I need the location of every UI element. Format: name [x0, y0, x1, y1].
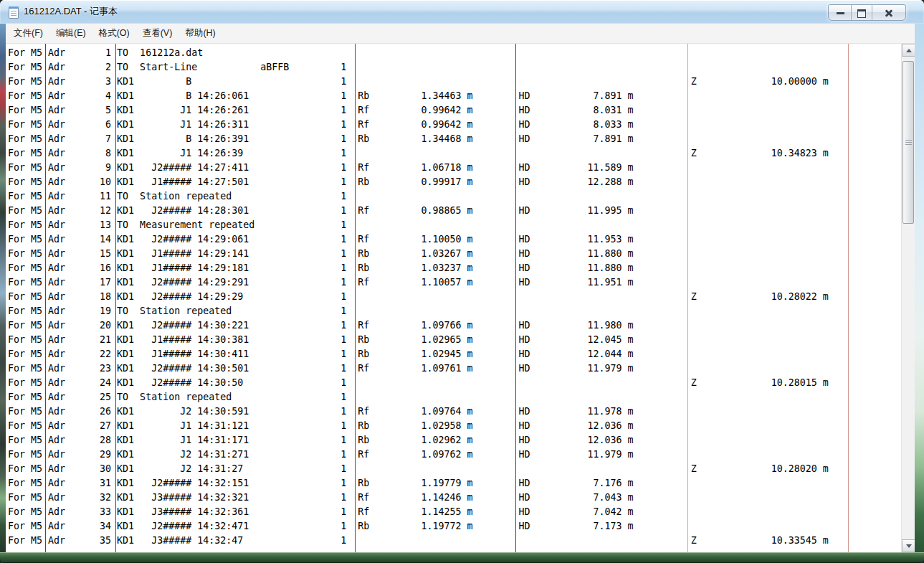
data-row: For M5 Adr 34 KD1 J2##### 14:32:471 1 Rb…: [8, 519, 846, 534]
maximize-icon: [857, 9, 866, 18]
arrow-down-icon: [906, 544, 912, 548]
data-row: For M5 Adr 4 KD1 B 14:26:061 1 Rb 1.3446…: [8, 89, 846, 103]
data-row: For M5 Adr 13 TO Measurement repeated 1: [8, 218, 846, 232]
notepad-window: 161212A.DAT - 记事本 文件(F)编辑(E)格式(O)查看(V)帮助…: [0, 0, 924, 563]
minimize-button[interactable]: [829, 5, 852, 20]
menu-bar: 文件(F)编辑(E)格式(O)查看(V)帮助(H): [6, 24, 915, 44]
data-row: For M5 Adr 17 KD1 J2##### 14:29:291 1 Rf…: [8, 275, 846, 290]
data-row: For M5 Adr 33 KD1 J3##### 14:32:361 1 Rf…: [8, 505, 846, 519]
window-border-bottom: [0, 552, 924, 563]
data-row: For M5 Adr 12 KD1 J2##### 14:28:301 1 Rf…: [8, 204, 846, 218]
data-row: For M5 Adr 22 KD1 J1##### 14:30:411 1 Rb…: [8, 347, 846, 361]
data-row: For M5 Adr 18 KD1 J2##### 14:29:29 1 Z 1…: [8, 290, 846, 304]
menu-item-0[interactable]: 文件(F): [7, 24, 49, 42]
close-icon: [884, 8, 894, 18]
maximize-button[interactable]: [852, 5, 872, 20]
minimize-icon: [837, 12, 844, 14]
scrollbar-thumb[interactable]: [902, 61, 914, 224]
data-row: For M5 Adr 8 KD1 J1 14:26:39 1 Z 10.3482…: [8, 146, 846, 161]
scrollbar-grip-icon: [905, 140, 912, 146]
data-row: For M5 Adr 16 KD1 J1##### 14:29:181 1 Rb…: [8, 261, 846, 275]
data-row: For M5 Adr 19 TO Station repeated 1: [8, 304, 846, 318]
data-row: For M5 Adr 7 KD1 B 14:26:391 1 Rb 1.3446…: [8, 132, 846, 146]
data-row: For M5 Adr 24 KD1 J2##### 14:30:50 1 Z 1…: [8, 376, 846, 390]
menu-item-2[interactable]: 格式(O): [92, 24, 136, 42]
data-row: For M5 Adr 5 KD1 J1 14:26:261 1 Rf 0.996…: [8, 103, 846, 118]
file-content: For M5 Adr 1 TO 161212a.dat For M5 Adr 2…: [8, 46, 846, 548]
notepad-icon: [9, 6, 19, 19]
data-row: For M5 Adr 6 KD1 J1 14:26:311 1 Rf 0.996…: [8, 118, 846, 132]
scroll-down-button[interactable]: [902, 539, 915, 552]
data-row: For M5 Adr 20 KD1 J2##### 14:30:221 1 Rf…: [8, 318, 846, 333]
caption-buttons: [828, 4, 906, 21]
data-row: For M5 Adr 30 KD1 J2 14:31:27 1 Z 10.280…: [8, 462, 846, 476]
data-row: For M5 Adr 14 KD1 J2##### 14:29:061 1 Rf…: [8, 232, 846, 247]
text-editor[interactable]: For M5 Adr 1 TO 161212a.dat For M5 Adr 2…: [6, 44, 901, 552]
data-row: For M5 Adr 1 TO 161212a.dat: [8, 46, 846, 60]
window-border-right: [915, 24, 924, 563]
window-title: 161212A.DAT - 记事本: [24, 5, 118, 18]
menu-item-1[interactable]: 编辑(E): [49, 24, 92, 42]
data-row: For M5 Adr 15 KD1 J1##### 14:29:141 1 Rb…: [8, 247, 846, 261]
close-button[interactable]: [872, 5, 905, 20]
data-row: For M5 Adr 27 KD1 J1 14:31:121 1 Rb 1.02…: [8, 419, 846, 433]
arrow-up-icon: [906, 49, 912, 52]
data-row: For M5 Adr 32 KD1 J3##### 14:32:321 1 Rf…: [8, 491, 846, 505]
data-row: For M5 Adr 35 KD1 J3##### 14:32:47 1 Z 1…: [8, 534, 846, 548]
data-row: For M5 Adr 29 KD1 J2 14:31:271 1 Rf 1.09…: [8, 448, 846, 462]
menu-item-3[interactable]: 查看(V): [136, 24, 179, 42]
data-row: For M5 Adr 28 KD1 J1 14:31:171 1 Rb 1.02…: [8, 433, 846, 448]
vertical-scrollbar[interactable]: [901, 44, 915, 552]
client-area: For M5 Adr 1 TO 161212a.dat For M5 Adr 2…: [6, 44, 915, 552]
data-row: For M5 Adr 31 KD1 J2##### 14:32:151 1 Rb…: [8, 476, 846, 491]
column-separator: [848, 44, 849, 552]
scroll-up-button[interactable]: [902, 44, 915, 57]
data-row: For M5 Adr 23 KD1 J2##### 14:30:501 1 Rf…: [8, 361, 846, 376]
menu-item-4[interactable]: 帮助(H): [178, 24, 222, 42]
data-row: For M5 Adr 21 KD1 J1##### 14:30:381 1 Rb…: [8, 333, 846, 347]
title-bar[interactable]: 161212A.DAT - 记事本: [0, 0, 924, 24]
data-row: For M5 Adr 9 KD1 J2##### 14:27:411 1 Rf …: [8, 161, 846, 175]
data-row: For M5 Adr 26 KD1 J2 14:30:591 1 Rf 1.09…: [8, 404, 846, 419]
data-row: For M5 Adr 2 TO Start-Line aBFFB 1: [8, 60, 846, 75]
data-row: For M5 Adr 10 KD1 J1##### 14:27:501 1 Rb…: [8, 175, 846, 189]
data-row: For M5 Adr 3 KD1 B 1 Z 10.00000 m: [8, 75, 846, 89]
window-border-left: [0, 24, 6, 563]
data-row: For M5 Adr 25 TO Station repeated 1: [8, 390, 846, 404]
data-row: For M5 Adr 11 TO Station repeated 1: [8, 189, 846, 204]
